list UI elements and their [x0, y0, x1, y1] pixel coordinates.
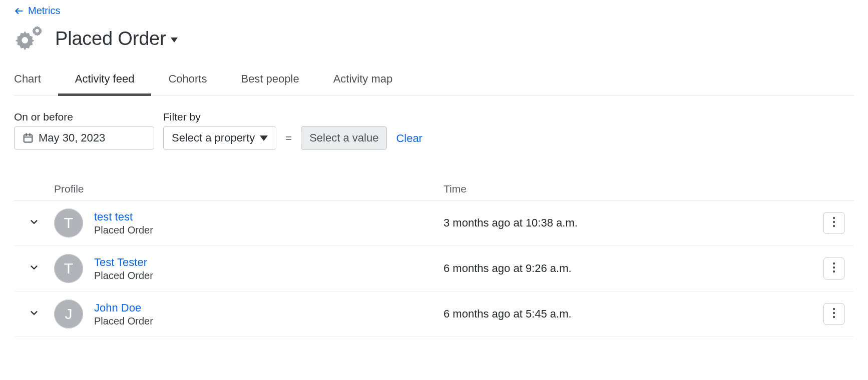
svg-point-9 — [833, 225, 835, 227]
row-actions-menu[interactable] — [823, 212, 844, 234]
column-header-profile: Profile — [54, 183, 444, 195]
profile-cell: TTest TesterPlaced Order — [54, 254, 444, 283]
svg-point-10 — [833, 262, 835, 264]
table-row: JJohn DoePlaced Order6 months ago at 5:4… — [14, 292, 854, 337]
svg-point-11 — [833, 266, 835, 268]
kebab-icon — [832, 262, 835, 275]
profile-name-link[interactable]: test test — [94, 210, 153, 224]
property-select[interactable]: Select a property — [163, 126, 276, 150]
caret-down-icon — [171, 38, 178, 42]
svg-point-2 — [36, 29, 39, 32]
value-select[interactable]: Select a value — [301, 126, 387, 150]
chevron-down-icon — [29, 262, 40, 275]
tab-activity-feed[interactable]: Activity feed — [58, 72, 152, 96]
svg-rect-3 — [24, 135, 33, 142]
column-header-time: Time — [444, 183, 814, 195]
profile-cell: JJohn DoePlaced Order — [54, 300, 444, 328]
profile-name-link[interactable]: Test Tester — [94, 256, 153, 269]
kebab-icon — [832, 216, 835, 230]
clear-filters-link[interactable]: Clear — [396, 132, 422, 150]
profile-name-link[interactable]: John Doe — [94, 302, 153, 314]
value-placeholder: Select a value — [309, 132, 378, 144]
svg-point-1 — [22, 37, 28, 44]
tab-chart[interactable]: Chart — [14, 72, 58, 96]
calendar-icon — [23, 132, 34, 144]
page-title-text: Placed Order — [55, 28, 166, 50]
svg-point-7 — [833, 217, 835, 219]
metric-title-dropdown[interactable]: Placed Order — [55, 28, 178, 50]
time-cell: 6 months ago at 9:26 a.m. — [444, 262, 814, 275]
filter-by-label: Filter by — [163, 111, 276, 123]
arrow-left-icon — [14, 6, 24, 16]
svg-point-12 — [833, 270, 835, 272]
row-actions-menu[interactable] — [823, 258, 844, 280]
chevron-down-icon — [29, 216, 40, 230]
kebab-icon — [832, 308, 835, 320]
avatar: J — [54, 300, 83, 328]
profile-event-label: Placed Order — [94, 270, 153, 282]
chevron-down-icon — [260, 136, 268, 141]
table-row: Ttest testPlaced Order3 months ago at 10… — [14, 200, 854, 246]
tab-best-people[interactable]: Best people — [224, 72, 316, 96]
expand-row-toggle[interactable] — [14, 216, 54, 230]
tab-activity-map[interactable]: Activity map — [316, 72, 410, 96]
equals-sign: = — [285, 132, 292, 150]
profile-cell: Ttest testPlaced Order — [54, 208, 444, 238]
back-link-label: Metrics — [28, 5, 60, 16]
time-cell: 3 months ago at 10:38 a.m. — [444, 216, 814, 230]
avatar: T — [54, 254, 83, 283]
table-row: TTest TesterPlaced Order6 months ago at … — [14, 246, 854, 292]
avatar: T — [54, 208, 83, 238]
profile-event-label: Placed Order — [94, 316, 153, 327]
profile-event-label: Placed Order — [94, 224, 153, 236]
svg-point-8 — [833, 221, 835, 223]
date-value: May 30, 2023 — [39, 132, 105, 144]
expand-row-toggle[interactable] — [14, 262, 54, 275]
svg-point-14 — [833, 312, 835, 314]
back-to-metrics-link[interactable]: Metrics — [14, 5, 60, 16]
property-placeholder: Select a property — [172, 132, 255, 144]
chevron-down-icon — [29, 308, 40, 320]
date-filter-label: On or before — [14, 111, 154, 123]
tab-cohorts[interactable]: Cohorts — [151, 72, 224, 96]
time-cell: 6 months ago at 5:45 a.m. — [444, 308, 814, 320]
row-actions-menu[interactable] — [823, 303, 844, 325]
svg-point-15 — [833, 316, 835, 318]
date-picker[interactable]: May 30, 2023 — [14, 126, 154, 150]
gears-icon — [14, 24, 43, 52]
svg-point-13 — [833, 308, 835, 310]
expand-row-toggle[interactable] — [14, 308, 54, 320]
